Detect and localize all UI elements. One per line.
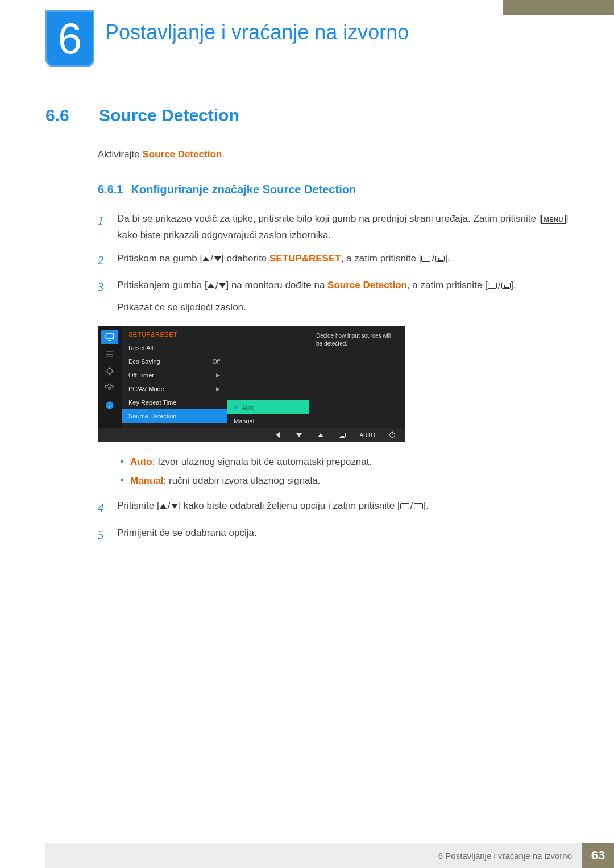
svg-text:i: i xyxy=(109,402,111,409)
down-icon xyxy=(294,433,304,437)
step-5-text: Primijenit će se odabrana opcija. xyxy=(117,525,569,546)
step-3-text-d: ]. xyxy=(511,280,516,290)
bullet-dot-icon xyxy=(121,460,123,463)
up-down-icon: / xyxy=(160,498,179,514)
manual-term: Manual xyxy=(130,475,164,486)
intro-suffix: . xyxy=(222,149,225,160)
up-icon xyxy=(316,433,325,437)
intro-prefix: Aktivirajte xyxy=(98,149,142,160)
svg-point-5 xyxy=(107,369,113,374)
bullet-dot-icon xyxy=(121,479,123,481)
enter-icon xyxy=(338,433,347,438)
bullet-manual: Manual: ručni odabir izvora ulaznog sign… xyxy=(121,472,569,490)
step-3-line2: Prikazat će se sljedeći zaslon. xyxy=(117,300,569,316)
up-down-icon: / xyxy=(202,251,221,267)
chapter-title: Postavljanje i vraćanje na izvorno xyxy=(105,20,409,44)
step-number: 1 xyxy=(98,211,108,244)
left-icon xyxy=(273,432,282,438)
auto-text: : Izvor ulaznog signala bit će automatsk… xyxy=(152,456,372,467)
step-2: 2 Pritiskom na gumb [ / ] odaberite SETU… xyxy=(98,251,569,271)
step-1-text-a: Da bi se prikazao vodič za tipke, pritis… xyxy=(117,213,541,224)
step-3-text-b: ] na monitoru dođite na xyxy=(226,280,327,290)
page-content: 6.6 Source Detection Aktivirajte Source … xyxy=(45,106,569,552)
osd-info-text: Decide how input sources will be detecte… xyxy=(309,326,405,428)
osd-menu-title: SETUP&RESET xyxy=(122,326,227,341)
select-enter-icon: / xyxy=(400,498,424,514)
subsection-heading: 6.6.1Konfiguriranje značajke Source Dete… xyxy=(98,183,569,196)
step-3-text-a: Pritiskanjem gumba [ xyxy=(117,280,208,290)
intro-text: Aktivirajte Source Detection. xyxy=(98,149,569,160)
footer-chapter-ref: 6 Postavljanje i vraćanje na izvorno xyxy=(45,843,582,868)
page-number: 63 xyxy=(582,843,614,868)
auto-term: Auto xyxy=(130,456,152,467)
step-4-text-b: ] kako biste odabrali željenu opciju i z… xyxy=(178,500,400,511)
step-3-text-c: , a zatim pritisnite [ xyxy=(407,280,488,290)
osd-item-reset: Reset All xyxy=(122,341,227,355)
step-2-text-a: Pritiskom na gumb [ xyxy=(117,253,202,264)
info-icon: i xyxy=(101,398,118,413)
step-3: 3 Pritiskanjem gumba [ / ] na monitoru d… xyxy=(98,277,569,316)
source-detection-term: Source Detection xyxy=(327,280,407,290)
osd-option-auto: ✔Auto xyxy=(227,400,309,414)
section-title: Source Detection xyxy=(99,106,239,125)
osd-footer: AUTO xyxy=(98,428,405,442)
up-down-icon: / xyxy=(208,278,226,294)
step-number: 5 xyxy=(98,525,108,546)
step-4-text-c: ]. xyxy=(423,500,428,511)
osd-footer-auto: AUTO xyxy=(359,432,375,438)
option-descriptions: Auto: Izvor ulaznog signala bit će autom… xyxy=(121,453,569,490)
osd-option-manual: Manual xyxy=(227,414,309,428)
chapter-number-badge: 6 xyxy=(45,10,94,67)
osd-item-eco: Eco SavingOff xyxy=(122,355,227,368)
osd-screenshot: i SETUP&RESET Reset All Eco SavingOff Of… xyxy=(98,326,405,442)
step-4: 4 Pritisnite [ / ] kako biste odabrali ž… xyxy=(98,498,569,518)
list-icon xyxy=(101,347,118,362)
osd-menu: SETUP&RESET Reset All Eco SavingOff Off … xyxy=(122,326,227,428)
subsection-number: 6.6.1 xyxy=(98,183,123,196)
step-5: 5 Primijenit će se odabrana opcija. xyxy=(98,525,569,546)
step-4-text-a: Pritisnite [ xyxy=(117,500,160,511)
step-number: 3 xyxy=(98,277,108,316)
target-icon xyxy=(101,364,118,379)
step-2-text-b: ] odaberite xyxy=(221,253,269,264)
menu-button-label: MENU xyxy=(541,215,565,224)
intro-term: Source Detection xyxy=(142,149,222,160)
osd-item-keyrepeat: Key Repeat Time xyxy=(122,396,227,409)
top-accent-bar xyxy=(503,0,614,15)
page-footer: 6 Postavljanje i vraćanje na izvorno 63 xyxy=(0,843,614,868)
osd-sidebar: i xyxy=(98,326,122,428)
osd-item-pcav: PC/AV Mode▶ xyxy=(122,382,227,396)
bullet-auto: Auto: Izvor ulaznog signala bit će autom… xyxy=(121,453,569,471)
subsection-title: Konfiguriranje značajke Source Detection xyxy=(131,183,356,196)
select-enter-icon: / xyxy=(488,278,511,294)
step-1: 1 Da bi se prikazao vodič za tipke, prit… xyxy=(98,211,569,244)
step-2-text-c: , a zatim pritisnite [ xyxy=(341,253,422,264)
osd-item-offtimer: Off Timer▶ xyxy=(122,368,227,382)
monitor-icon xyxy=(101,330,118,344)
setup-reset-term: SETUP&RESET xyxy=(269,253,341,264)
osd-item-sourcedet: Source Detection xyxy=(122,409,227,423)
osd-options: ✔Auto Manual xyxy=(227,326,309,428)
svg-point-10 xyxy=(109,387,111,390)
step-number: 4 xyxy=(98,498,108,518)
power-icon xyxy=(388,432,397,438)
svg-rect-0 xyxy=(106,334,114,339)
step-number: 2 xyxy=(98,251,108,271)
gear-icon xyxy=(101,381,118,396)
section-number: 6.6 xyxy=(45,106,85,125)
step-2-text-d: ]. xyxy=(445,253,450,264)
manual-text: : ručni odabir izvora ulaznog signala. xyxy=(164,475,321,486)
select-enter-icon: / xyxy=(421,251,445,267)
